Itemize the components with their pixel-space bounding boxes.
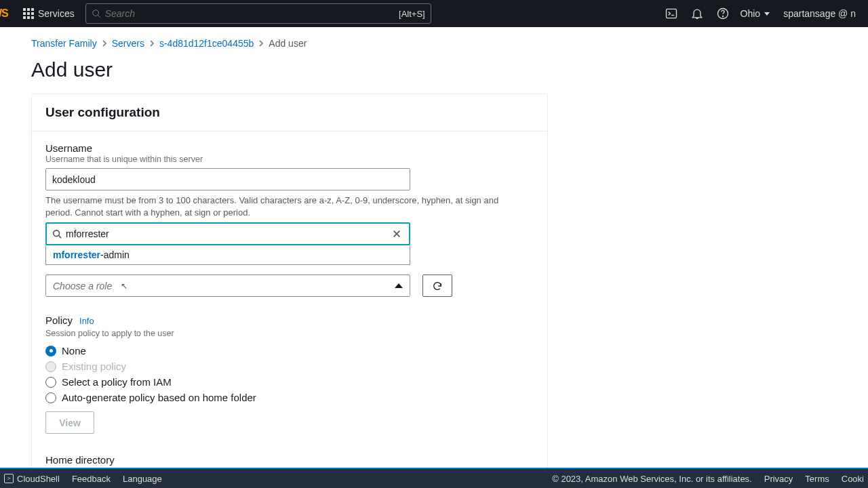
username-input[interactable] (45, 168, 410, 190)
services-menu[interactable]: Services (16, 0, 81, 27)
role-option-mforrester-admin[interactable]: mforrester-admin (53, 249, 403, 260)
panel-header: User configuration (32, 94, 547, 131)
help-icon[interactable] (716, 7, 730, 20)
radio-icon (45, 377, 56, 388)
view-policy-button: View (45, 411, 94, 434)
refresh-roles-button[interactable] (422, 274, 452, 297)
role-search[interactable] (45, 222, 410, 245)
breadcrumb-server-id[interactable]: s-4d81d12f1ce04455b (159, 38, 254, 49)
svg-line-1 (98, 16, 100, 18)
breadcrumb-transfer-family[interactable]: Transfer Family (31, 38, 97, 49)
close-icon (392, 229, 401, 239)
caret-down-icon (764, 12, 770, 16)
breadcrumb-current: Add user (269, 38, 307, 49)
svg-point-5 (722, 16, 723, 17)
role-select-placeholder: Choose a role (53, 281, 112, 291)
feedback-link[interactable]: Feedback (72, 474, 111, 484)
cloudshell-icon[interactable] (665, 7, 678, 20)
home-directory-section: Home directory User's login directory Ch… (45, 454, 534, 468)
copyright-text: © 2023, Amazon Web Services, Inc. or its… (552, 474, 752, 484)
policy-option-none-label: None (62, 345, 86, 357)
search-icon (92, 9, 101, 18)
search-icon (52, 229, 62, 239)
policy-info-link[interactable]: Info (79, 316, 94, 326)
username-description: Username that is unique within this serv… (45, 155, 534, 164)
policy-section: Policy Info Session policy to apply to t… (45, 314, 534, 434)
role-search-results: mforrester-admin (45, 245, 410, 265)
home-directory-label: Home directory (45, 454, 534, 466)
privacy-link[interactable]: Privacy (764, 474, 793, 484)
account-label: spartansage @ n (783, 8, 856, 19)
top-navigation: WS Services [Alt+S] Ohio spartansage @ n (0, 0, 868, 27)
policy-label: Policy (45, 314, 73, 326)
svg-line-7 (59, 236, 62, 239)
terms-link[interactable]: Terms (805, 474, 829, 484)
clear-search-button[interactable] (389, 226, 405, 242)
cloudshell-icon: > (4, 474, 14, 483)
policy-option-select-iam-label: Select a policy from IAM (62, 376, 172, 388)
bottom-bar: > CloudShell Feedback Language © 2023, A… (0, 468, 868, 488)
search-shortcut-hint: [Alt+S] (399, 9, 425, 19)
refresh-icon (432, 281, 443, 291)
svg-rect-2 (666, 9, 676, 18)
caret-up-icon (395, 283, 403, 288)
username-label: Username (45, 142, 534, 154)
chevron-right-icon (258, 38, 264, 49)
policy-option-auto[interactable]: Auto-generate policy based on home folde… (45, 392, 534, 403)
policy-option-existing: Existing policy (45, 361, 534, 372)
policy-option-existing-label: Existing policy (62, 361, 126, 372)
language-link[interactable]: Language (123, 474, 162, 484)
policy-option-select-iam[interactable]: Select a policy from IAM (45, 376, 534, 388)
chevron-right-icon (101, 38, 108, 49)
radio-icon (45, 392, 56, 403)
search-input[interactable] (101, 8, 399, 19)
user-configuration-panel: User configuration Username Username tha… (31, 94, 548, 468)
username-constraint: The username must be from 3 to 100 chara… (45, 195, 520, 218)
account-menu[interactable]: spartansage @ n (776, 0, 863, 27)
policy-radio-group: None Existing policy Select a policy fro… (45, 345, 534, 403)
radio-selected-icon (45, 346, 56, 357)
mouse-cursor-icon: ↖ (121, 281, 127, 292)
role-option-highlight: mforrester (53, 249, 100, 260)
chevron-right-icon (149, 38, 155, 49)
cloudshell-link[interactable]: > CloudShell (4, 474, 60, 484)
role-search-input[interactable] (62, 228, 389, 239)
role-option-rest: -admin (100, 249, 130, 260)
policy-option-auto-label: Auto-generate policy based on home folde… (62, 392, 256, 403)
region-label: Ohio (741, 8, 761, 19)
notifications-icon[interactable] (690, 7, 704, 20)
global-search[interactable]: [Alt+S] (85, 3, 431, 24)
region-selector[interactable]: Ohio (734, 0, 777, 27)
svg-point-6 (54, 230, 60, 237)
services-grid-icon (23, 8, 34, 19)
breadcrumb: Transfer Family Servers s-4d81d12f1ce044… (0, 27, 868, 49)
role-select[interactable]: Choose a role ↖ (45, 274, 410, 297)
policy-description: Session policy to apply to the user (45, 329, 534, 338)
username-field: Username Username that is unique within … (45, 142, 534, 218)
cloudshell-label: CloudShell (17, 474, 60, 484)
services-label: Services (38, 8, 75, 19)
radio-icon (45, 361, 56, 372)
cookie-link[interactable]: Cooki (842, 474, 864, 484)
role-combobox: mforrester-admin Choose a role ↖ (45, 222, 534, 297)
svg-point-0 (92, 10, 98, 16)
aws-logo[interactable]: WS (0, 0, 16, 27)
policy-option-none[interactable]: None (45, 345, 534, 357)
breadcrumb-servers[interactable]: Servers (112, 38, 144, 49)
page-title: Add user (0, 49, 868, 94)
